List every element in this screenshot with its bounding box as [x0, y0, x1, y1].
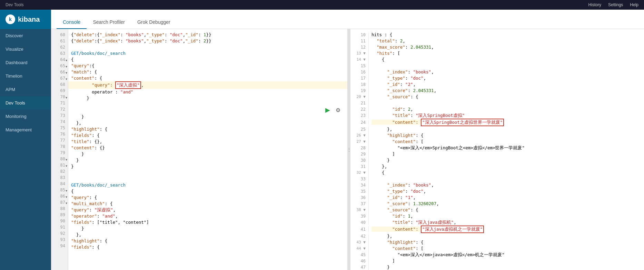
help-link[interactable]: Help	[630, 2, 638, 7]
output-line: 16 "_index": "books",	[350, 69, 644, 75]
run-button[interactable]: ▶	[324, 105, 331, 115]
editor-line: GET /books/doc/_search	[68, 50, 347, 57]
main-layout: k kibana Discover Visualize Dashboard Ti…	[0, 10, 644, 270]
tabs: Console Search Profiler Grok Debugger	[57, 16, 177, 29]
output-line: 13 ▼ "hits": [	[350, 50, 644, 57]
sidebar-item-apm[interactable]: APM	[0, 83, 51, 96]
sidebar-item-label: Discover	[6, 33, 23, 38]
editor-line	[68, 44, 347, 50]
sidebar-logo[interactable]: k kibana	[0, 10, 51, 29]
tab-grok-debugger[interactable]: Grok Debugger	[131, 16, 177, 29]
settings-link[interactable]: Settings	[608, 2, 623, 7]
output-line: 40 "title": "深入java虚拟机",	[350, 219, 644, 226]
output-line: 10hits : {	[350, 32, 644, 38]
output-line: 39 "id": 1,	[350, 213, 644, 219]
output-line: 47 }	[350, 264, 644, 270]
output-line: 21	[350, 100, 644, 106]
sidebar-item-timelion[interactable]: Timelion	[0, 69, 51, 83]
editor-line: {	[68, 57, 347, 63]
sidebar-item-management[interactable]: Management	[0, 123, 51, 137]
editor-line	[68, 176, 347, 182]
sidebar-item-visualize[interactable]: Visualize	[0, 42, 51, 56]
sidebar-item-devtools[interactable]: Dev Tools	[0, 96, 51, 110]
history-link[interactable]: History	[588, 2, 601, 7]
editor-line: "content": {	[68, 75, 347, 81]
output-line: 25 },	[350, 126, 644, 132]
editor-line: "fields": {	[68, 244, 347, 250]
top-bar-actions: History Settings Help	[588, 2, 638, 7]
panels: 6061626364656667686970717273747576777879…	[51, 29, 644, 270]
editor-line: "highlight": {	[68, 238, 347, 244]
editor-line: "query": "深入虚拟",	[68, 81, 347, 89]
sidebar-item-label: Management	[6, 127, 32, 132]
output-line: 43 ▼ "highlight": {	[350, 239, 644, 246]
editor-line: "query": {	[68, 194, 347, 201]
output-line: 28 "<em>深入</em>SpringBoot之<em>虚拟</em>世界一…	[350, 145, 644, 151]
content-area: Console Search Profiler Grok Debugger 60…	[51, 10, 644, 270]
drag-handle[interactable]	[348, 29, 350, 270]
output-line: 24 "content": "深入SpringBoot之虚拟世界一学就废"	[350, 119, 644, 126]
editor-line: "query":{	[68, 63, 347, 69]
editor-line: {	[68, 188, 347, 194]
devtools-header: Console Search Profiler Grok Debugger	[51, 10, 644, 29]
line-numbers: 6061626364656667686970717273747576777879…	[51, 29, 68, 270]
editor-line: GET /books/doc/_search	[68, 182, 347, 188]
top-bar: Dev Tools History Settings Help	[0, 0, 644, 10]
output-content[interactable]: 10hits : {11 "total": 2,12 "max_score": …	[350, 29, 644, 270]
editor-line: }	[68, 95, 347, 101]
editor-line: }	[68, 226, 347, 232]
output-line: 27 ▼ "content": [	[350, 139, 644, 145]
editor-line: operator : "and"	[68, 89, 347, 95]
editor-line: },	[68, 232, 347, 238]
output-line: 33	[350, 176, 644, 182]
sidebar-item-label: Timelion	[6, 73, 22, 79]
devtools-title: Dev Tools	[6, 2, 23, 7]
output-line: 11 "total": 2,	[350, 38, 644, 44]
output-line: 29 ]	[350, 151, 644, 157]
output-line: 12 "max_score": 2.045331,	[350, 44, 644, 50]
sidebar-item-dashboard[interactable]: Dashboard	[0, 56, 51, 69]
settings-button[interactable]: ⚙	[334, 105, 342, 115]
editor-line: "title": {},	[68, 139, 347, 145]
editor-line: "match": {	[68, 69, 347, 75]
output-line: 36 "_id": "1",	[350, 194, 644, 201]
editor-line: "content": {}	[68, 145, 347, 151]
code-area[interactable]: 6061626364656667686970717273747576777879…	[51, 29, 347, 270]
line-actions: ▶ ⚙	[324, 105, 342, 115]
output-line: 19 "_score": 2.045331,	[350, 88, 644, 94]
sidebar-item-discover[interactable]: Discover	[0, 29, 51, 42]
output-line: 34 "_index": "books",	[350, 182, 644, 188]
kibana-logo-icon: k	[6, 14, 15, 24]
editor-line: "fields": ["title", "content"]	[68, 219, 347, 226]
output-line: 23 "title": "深入SpringBoot虚拟"	[350, 112, 644, 119]
output-line: 30 }	[350, 157, 644, 163]
tab-search-profiler[interactable]: Search Profiler	[87, 16, 131, 29]
sidebar-item-monitoring[interactable]: Monitoring	[0, 110, 51, 123]
editor-line: },	[68, 120, 347, 126]
editor-line: "highlight": {	[68, 126, 347, 132]
editor-line: "multi_match": {	[68, 201, 347, 207]
editor-line: {"delete":{"_index": "books","_type": "d…	[68, 38, 347, 44]
editor-line: "fields": {	[68, 132, 347, 139]
output-line: 22 "id": 2,	[350, 106, 644, 112]
sidebar-item-label: Dev Tools	[6, 100, 25, 106]
output-line: 26 ▼ "highlight": {	[350, 132, 644, 139]
output-line: 42 },	[350, 233, 644, 239]
output-panel: 10hits : {11 "total": 2,12 "max_score": …	[350, 29, 644, 270]
output-line: 17 "_type": "doc",	[350, 75, 644, 81]
editor-line: "operator": "and",	[68, 213, 347, 219]
editor-line: }	[68, 157, 347, 163]
editor-line: }	[68, 163, 347, 170]
editor-panel: 6061626364656667686970717273747576777879…	[51, 29, 348, 270]
output-line: 41 "content": "深入java虚拟机之一学就废"	[350, 226, 644, 233]
editor-line: "query": "深虚拟",	[68, 207, 347, 213]
kibana-logo-text: kibana	[18, 16, 40, 23]
output-line: 46 ]	[350, 258, 644, 264]
sidebar-item-label: Dashboard	[6, 60, 28, 65]
sidebar-item-label: APM	[6, 87, 15, 92]
output-line: 20 ▼ "_source": {	[350, 94, 644, 100]
sidebar-item-label: Monitoring	[6, 114, 27, 119]
tab-console[interactable]: Console	[57, 16, 87, 29]
output-line: 38 ▼ "_source": {	[350, 207, 644, 213]
code-content[interactable]: {"delete":{"_index": "books","_type": "d…	[68, 29, 347, 270]
